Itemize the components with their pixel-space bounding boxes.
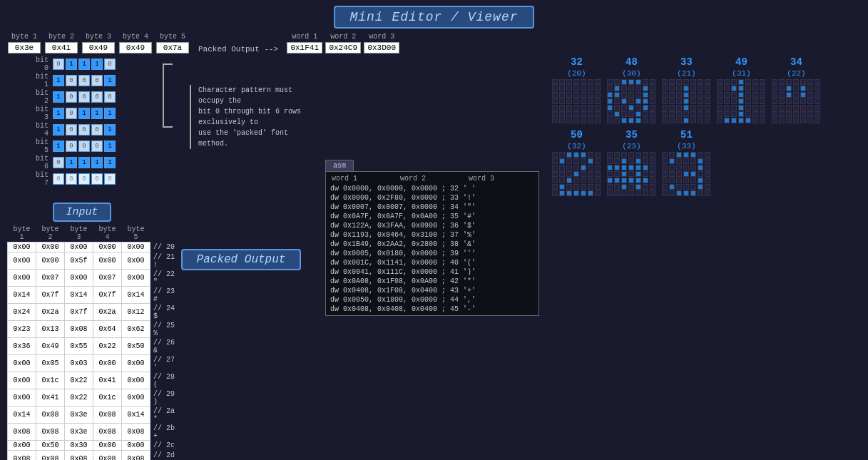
input-cell-6-4[interactable]: 0x50 xyxy=(122,338,150,355)
input-cell-10-3[interactable]: 0x08 xyxy=(93,407,122,424)
bit-cell-6-0[interactable]: 0 xyxy=(53,157,64,168)
input-cell-6-2[interactable]: 0x55 xyxy=(65,338,93,355)
input-cell-9-2[interactable]: 0x22 xyxy=(65,389,93,407)
bit-cell-1-2[interactable]: 0 xyxy=(78,75,90,86)
bit-cell-3-2[interactable]: 1 xyxy=(78,108,90,119)
bit-cell-2-2[interactable]: 0 xyxy=(78,91,90,103)
bit-cell-5-2[interactable]: 0 xyxy=(78,140,90,152)
input-cell-8-2[interactable]: 0x22 xyxy=(65,372,93,389)
input-cell-13-1[interactable]: 0x08 xyxy=(36,451,65,461)
input-cell-0-4[interactable]: 0x00 xyxy=(122,242,150,252)
input-cell-10-2[interactable]: 0x3e xyxy=(65,407,93,424)
bit-cell-0-3[interactable]: 1 xyxy=(91,58,103,70)
bit-cell-4-3[interactable]: 0 xyxy=(91,124,103,136)
input-cell-1-0[interactable]: 0x00 xyxy=(8,252,36,270)
word2-value[interactable]: 0x24C9 xyxy=(325,42,361,53)
input-cell-11-4[interactable]: 0x08 xyxy=(122,424,150,441)
bit-cell-5-3[interactable]: 0 xyxy=(91,140,103,152)
bit-cell-7-0[interactable]: 0 xyxy=(53,173,64,185)
input-cell-9-4[interactable]: 0x00 xyxy=(122,389,150,407)
input-cell-6-1[interactable]: 0x49 xyxy=(36,338,65,355)
bit-cell-1-3[interactable]: 0 xyxy=(91,75,103,86)
byte3-value[interactable]: 0x49 xyxy=(82,42,115,53)
bit-cell-6-3[interactable]: 1 xyxy=(91,157,103,168)
input-cell-1-4[interactable]: 0x00 xyxy=(122,252,150,270)
input-cell-2-0[interactable]: 0x00 xyxy=(8,270,36,287)
bit-cell-3-3[interactable]: 1 xyxy=(91,108,103,119)
input-cell-7-3[interactable]: 0x00 xyxy=(93,355,122,372)
input-cell-0-1[interactable]: 0x00 xyxy=(36,242,65,252)
asm-tab[interactable]: asm xyxy=(325,160,354,171)
input-cell-13-2[interactable]: 0x08 xyxy=(65,451,93,461)
input-cell-1-1[interactable]: 0x00 xyxy=(36,252,65,270)
input-cell-8-0[interactable]: 0x00 xyxy=(8,372,36,389)
input-cell-11-3[interactable]: 0x08 xyxy=(93,424,122,441)
bit-cell-0-2[interactable]: 1 xyxy=(78,58,90,70)
bit-cell-6-4[interactable]: 1 xyxy=(104,157,116,168)
bit-cell-0-4[interactable]: 0 xyxy=(104,58,116,70)
byte4-value[interactable]: 0x49 xyxy=(119,42,152,53)
input-cell-12-0[interactable]: 0x00 xyxy=(8,441,36,451)
bit-cell-3-1[interactable]: 0 xyxy=(66,108,77,119)
input-cell-0-3[interactable]: 0x00 xyxy=(93,242,122,252)
bit-cell-7-2[interactable]: 0 xyxy=(78,173,90,185)
input-cell-12-4[interactable]: 0x00 xyxy=(122,441,150,451)
input-cell-5-1[interactable]: 0x13 xyxy=(36,321,65,338)
input-cell-7-0[interactable]: 0x00 xyxy=(8,355,36,372)
bit-cell-4-4[interactable]: 1 xyxy=(104,124,116,136)
bit-cell-0-0[interactable]: 0 xyxy=(53,58,64,70)
bit-cell-2-4[interactable]: 0 xyxy=(104,91,116,103)
bit-cell-2-1[interactable]: 0 xyxy=(66,91,77,103)
input-cell-11-2[interactable]: 0x3e xyxy=(65,424,93,441)
bit-cell-5-0[interactable]: 1 xyxy=(53,140,64,152)
input-cell-2-3[interactable]: 0x07 xyxy=(93,270,122,287)
input-cell-13-3[interactable]: 0x08 xyxy=(93,451,122,461)
byte1-value[interactable]: 0x3e xyxy=(8,42,41,53)
input-cell-2-4[interactable]: 0x00 xyxy=(122,270,150,287)
bit-cell-7-3[interactable]: 0 xyxy=(91,173,103,185)
input-cell-5-2[interactable]: 0x08 xyxy=(65,321,93,338)
bit-cell-1-4[interactable]: 1 xyxy=(104,75,116,86)
input-cell-11-1[interactable]: 0x08 xyxy=(36,424,65,441)
bit-cell-2-0[interactable]: 1 xyxy=(53,91,64,103)
input-cell-7-1[interactable]: 0x05 xyxy=(36,355,65,372)
bit-cell-7-1[interactable]: 0 xyxy=(66,173,77,185)
input-cell-4-4[interactable]: 0x12 xyxy=(122,304,150,321)
input-cell-9-0[interactable]: 0x00 xyxy=(8,389,36,407)
bit-cell-0-1[interactable]: 1 xyxy=(66,58,77,70)
input-cell-2-1[interactable]: 0x07 xyxy=(36,270,65,287)
input-cell-10-4[interactable]: 0x14 xyxy=(122,407,150,424)
bit-cell-6-2[interactable]: 1 xyxy=(78,157,90,168)
word3-value[interactable]: 0x3D00 xyxy=(364,42,399,53)
input-cell-6-3[interactable]: 0x22 xyxy=(93,338,122,355)
bit-cell-1-0[interactable]: 1 xyxy=(53,75,64,86)
bit-cell-7-4[interactable]: 0 xyxy=(104,173,116,185)
bit-cell-4-2[interactable]: 0 xyxy=(78,124,90,136)
input-cell-9-3[interactable]: 0x1c xyxy=(93,389,122,407)
input-cell-1-3[interactable]: 0x00 xyxy=(93,252,122,270)
byte5-value[interactable]: 0x7a xyxy=(156,42,189,53)
bit-cell-5-4[interactable]: 1 xyxy=(104,140,116,152)
input-cell-6-0[interactable]: 0x36 xyxy=(8,338,36,355)
bit-cell-4-0[interactable]: 1 xyxy=(53,124,64,136)
input-cell-12-3[interactable]: 0x00 xyxy=(93,441,122,451)
input-cell-5-4[interactable]: 0x62 xyxy=(122,321,150,338)
input-cell-5-3[interactable]: 0x64 xyxy=(93,321,122,338)
bit-cell-3-0[interactable]: 1 xyxy=(53,108,64,119)
input-cell-12-2[interactable]: 0x30 xyxy=(65,441,93,451)
input-cell-3-2[interactable]: 0x14 xyxy=(65,287,93,304)
input-cell-4-2[interactable]: 0x7f xyxy=(65,304,93,321)
input-cell-3-3[interactable]: 0x7f xyxy=(93,287,122,304)
input-cell-4-1[interactable]: 0x2a xyxy=(36,304,65,321)
input-cell-3-4[interactable]: 0x14 xyxy=(122,287,150,304)
input-cell-4-0[interactable]: 0x24 xyxy=(8,304,36,321)
bit-cell-6-1[interactable]: 1 xyxy=(66,157,77,168)
input-cell-1-2[interactable]: 0x5f xyxy=(65,252,93,270)
input-cell-7-2[interactable]: 0x03 xyxy=(65,355,93,372)
input-cell-12-1[interactable]: 0x50 xyxy=(36,441,65,451)
input-cell-5-0[interactable]: 0x23 xyxy=(8,321,36,338)
input-cell-8-1[interactable]: 0x1c xyxy=(36,372,65,389)
input-cell-13-4[interactable]: 0x08 xyxy=(122,451,150,461)
input-cell-13-0[interactable]: 0x08 xyxy=(8,451,36,461)
input-cell-4-3[interactable]: 0x2a xyxy=(93,304,122,321)
